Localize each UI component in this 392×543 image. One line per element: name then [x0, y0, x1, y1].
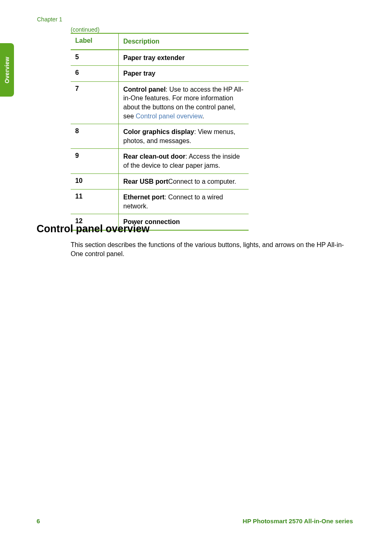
desc-rest: Connect to a computer.	[168, 178, 236, 185]
header-description: Description	[119, 34, 249, 49]
table-row: 5 Paper tray extender	[71, 50, 249, 66]
footer-title: HP Photosmart 2570 All-in-One series	[243, 518, 353, 525]
table-row: 10 Rear USB portConnect to a computer.	[71, 174, 249, 190]
row-description: Ethernet port: Connect to a wired networ…	[119, 189, 249, 214]
table-row: 11 Ethernet port: Connect to a wired net…	[71, 189, 249, 214]
row-label: 8	[71, 124, 119, 148]
side-tab: Overview	[0, 43, 14, 97]
table-row: 8 Color graphics display: View menus, ph…	[71, 124, 249, 149]
desc-link[interactable]: Control panel overview	[136, 113, 202, 120]
labels-table: Label Description 5 Paper tray extender …	[71, 33, 249, 231]
desc-bold: Rear clean-out door	[123, 153, 185, 160]
desc-bold: Rear USB port	[123, 178, 168, 185]
desc-bold: Control panel	[123, 86, 166, 93]
row-description: Control panel: Use to access the HP All-…	[119, 82, 249, 124]
row-label: 10	[71, 174, 119, 189]
row-description: Paper tray	[119, 66, 249, 81]
section-heading: Control panel overview	[37, 223, 150, 235]
row-description: Rear clean-out door: Access the inside o…	[119, 149, 249, 173]
table-row: 6 Paper tray	[71, 66, 249, 82]
table-row: 9 Rear clean-out door: Access the inside…	[71, 149, 249, 173]
header-label: Label	[71, 34, 119, 49]
chapter-label: Chapter 1	[37, 16, 62, 23]
table-row: 7 Control panel: Use to access the HP Al…	[71, 82, 249, 124]
row-description: Rear USB portConnect to a computer.	[119, 174, 249, 189]
desc-bold: Paper tray extender	[123, 54, 184, 61]
page-number: 6	[37, 518, 40, 525]
row-label: 5	[71, 50, 119, 66]
row-label: 9	[71, 149, 119, 173]
row-description: Paper tray extender	[119, 50, 249, 66]
row-label: 6	[71, 66, 119, 81]
desc-after: .	[202, 113, 204, 120]
continued-label: (continued)	[71, 26, 99, 33]
desc-bold: Ethernet port	[123, 194, 164, 201]
row-label: 7	[71, 82, 119, 124]
desc-bold: Paper tray	[123, 70, 155, 77]
row-description: Color graphics display: View menus, phot…	[119, 124, 249, 148]
desc-bold: Color graphics display	[123, 128, 194, 135]
side-tab-label: Overview	[4, 57, 10, 83]
section-paragraph: This section describes the functions of …	[71, 240, 356, 259]
row-label: 11	[71, 189, 119, 214]
table-header-row: Label Description	[71, 34, 249, 50]
